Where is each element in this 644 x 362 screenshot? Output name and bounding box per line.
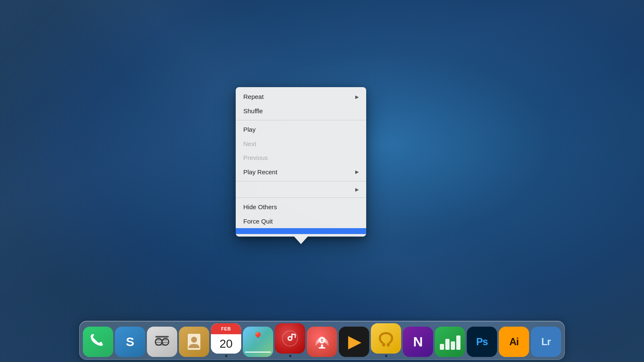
dock-item-readkit[interactable] [147, 327, 177, 357]
dock-item-contacts[interactable] [179, 327, 209, 357]
dock-item-phone[interactable] [83, 327, 113, 357]
menu-item-force-quit[interactable] [236, 228, 366, 234]
svg-point-8 [191, 337, 197, 343]
menu-separator-2 [236, 181, 366, 181]
dock-item-numbers[interactable] [435, 327, 465, 357]
illustrator-icon: Ai [499, 327, 529, 357]
phone-icon [83, 327, 113, 357]
dock: S [79, 321, 565, 360]
svg-rect-9 [186, 337, 188, 340]
context-menu: Repeat ▶ Shuffle Play Next Previous Play… [236, 87, 366, 237]
svg-rect-15 [295, 334, 296, 338]
menu-item-shuffle[interactable]: Shuffle [236, 104, 366, 118]
arrow-icon: ▶ [355, 169, 359, 175]
scrivener-icon: S [115, 327, 145, 357]
menu-item-play-recent[interactable]: Play Recent ▶ [236, 165, 366, 179]
desktop: Repeat ▶ Shuffle Play Next Previous Play… [0, 0, 644, 362]
menu-separator-3 [236, 197, 366, 198]
calendar-dot [225, 355, 227, 357]
menu-item-options[interactable]: ▶ [236, 184, 366, 195]
photoshop-icon: Ps [467, 327, 497, 357]
menu-item-hide-others[interactable]: Force Quit [236, 214, 366, 229]
lightroom-icon: Lr [531, 327, 561, 357]
horseshoe-dot [385, 355, 387, 357]
menu-item-repeat[interactable]: Repeat ▶ [236, 90, 366, 104]
podcasts-icon [307, 327, 337, 357]
dock-item-horseshoe[interactable] [371, 323, 401, 357]
dock-item-calendar[interactable]: FEB 20 [211, 323, 241, 357]
maps-icon: 📍 [243, 327, 273, 357]
dock-item-itunes[interactable] [275, 323, 305, 357]
svg-rect-22 [387, 343, 390, 346]
svg-rect-21 [382, 343, 385, 346]
dock-item-lightroom[interactable]: Lr [531, 327, 561, 357]
dock-item-plex[interactable]: ▶ [339, 327, 369, 357]
dock-item-onenote[interactable]: N [403, 327, 433, 357]
calendar-day: 20 [211, 334, 241, 354]
svg-rect-10 [186, 341, 188, 344]
dock-item-photoshop[interactable]: Ps [467, 327, 497, 357]
dock-item-illustrator[interactable]: Ai [499, 327, 529, 357]
contacts-icon [179, 327, 209, 357]
calendar-month: FEB [211, 323, 241, 334]
dock-item-podcasts[interactable] [307, 327, 337, 357]
plex-icon: ▶ [339, 327, 369, 357]
calendar-icon: FEB 20 [211, 323, 241, 354]
menu-item-play[interactable]: Play [236, 122, 366, 137]
svg-rect-16 [292, 333, 293, 338]
numbers-icon [435, 327, 465, 357]
svg-rect-20 [319, 347, 325, 349]
menu-item-show-all-windows[interactable]: Hide Others [236, 200, 366, 214]
onenote-icon: N [403, 327, 433, 357]
dock-item-maps[interactable]: 📍 [243, 327, 273, 357]
svg-rect-0 [155, 336, 169, 338]
dock-item-scrivener[interactable]: S [115, 327, 145, 357]
itunes-dot [289, 355, 291, 357]
arrow-icon: ▶ [355, 94, 359, 100]
menu-item-next: Next [236, 137, 366, 151]
readkit-icon [147, 327, 177, 357]
arrow-icon: ▶ [355, 186, 359, 192]
menu-separator-1 [236, 120, 366, 120]
itunes-icon [275, 323, 305, 354]
menu-item-previous: Previous [236, 151, 366, 165]
horseshoe-icon [371, 323, 401, 354]
dock-container: S [0, 316, 644, 362]
svg-point-13 [289, 338, 291, 340]
